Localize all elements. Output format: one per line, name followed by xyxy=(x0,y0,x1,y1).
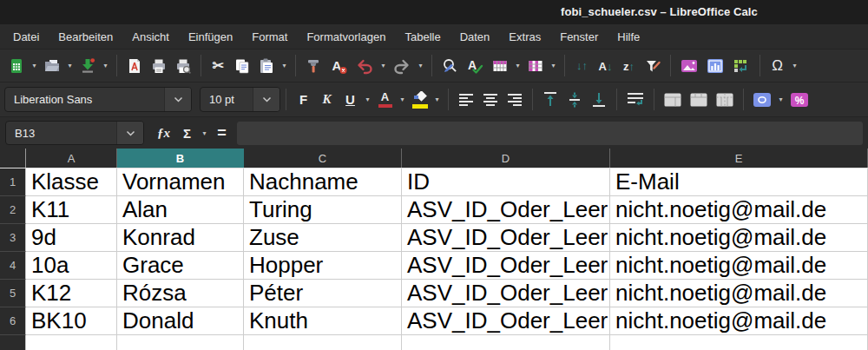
row-header-5[interactable]: 5 xyxy=(0,280,26,307)
cell-A6[interactable]: BK10 xyxy=(26,307,117,335)
cell-B5[interactable]: Rózsa xyxy=(117,280,244,307)
menu-item-tabelle[interactable]: Tabelle xyxy=(395,24,450,49)
cell-D1[interactable]: ID xyxy=(402,168,610,196)
rows-dropdown[interactable]: ▾ xyxy=(512,54,523,78)
cell-A1[interactable]: Klasse xyxy=(26,168,117,196)
font-name-combo[interactable]: Liberation Sans xyxy=(4,87,192,112)
open-dropdown[interactable]: ▾ xyxy=(64,54,76,78)
menu-item-formatvorlagen[interactable]: Formatvorlagen xyxy=(297,24,395,49)
cell-D2[interactable]: ASV_ID_Oder_Leer xyxy=(402,196,610,224)
sort-descending-button[interactable]: z↑ xyxy=(618,54,640,78)
italic-button[interactable]: K xyxy=(316,88,338,112)
cell-B3[interactable]: Konrad xyxy=(117,224,244,252)
cell-E5[interactable]: nicht.noetig@mail.de xyxy=(610,280,868,307)
menu-item-einfügen[interactable]: Einfügen xyxy=(179,24,242,49)
cell-E3[interactable]: nicht.noetig@mail.de xyxy=(610,224,868,252)
clear-formatting-button[interactable]: A xyxy=(326,54,351,78)
currency-format-button[interactable] xyxy=(750,88,774,112)
freeze-panes-button[interactable] xyxy=(729,54,753,78)
insert-chart-button[interactable] xyxy=(703,54,727,78)
cell-A4[interactable]: 10a xyxy=(26,252,117,280)
copy-button[interactable] xyxy=(231,54,253,78)
cell-D3[interactable]: ASV_ID_Oder_Leer xyxy=(402,224,610,252)
cell-B1[interactable]: Vornamen xyxy=(117,168,244,196)
new-document-button[interactable] xyxy=(5,54,28,78)
cell-A3[interactable]: 9d xyxy=(26,224,117,252)
row-header-3[interactable]: 3 xyxy=(0,224,26,252)
redo-button[interactable] xyxy=(390,54,414,78)
cell-D5[interactable]: ASV_ID_Oder_Leer xyxy=(402,280,610,307)
menu-item-datei[interactable]: Datei xyxy=(3,24,49,49)
cell-C2[interactable]: Turing xyxy=(244,196,402,224)
column-header-A[interactable]: A xyxy=(26,149,117,168)
undo-button[interactable] xyxy=(352,54,377,78)
columns-button[interactable] xyxy=(524,54,547,78)
wrap-text-button[interactable] xyxy=(623,88,648,112)
cell-A2[interactable]: K11 xyxy=(26,196,117,224)
cell-E1[interactable]: E-Mail xyxy=(610,168,868,196)
insert-image-button[interactable] xyxy=(677,54,701,78)
save-button[interactable] xyxy=(76,54,99,78)
spelling-button[interactable]: A xyxy=(463,54,487,78)
name-box[interactable]: B13 xyxy=(5,121,144,145)
merge-center-button[interactable] xyxy=(661,88,685,112)
align-right-button[interactable] xyxy=(503,88,526,112)
formula-button[interactable]: = xyxy=(211,121,233,145)
columns-dropdown[interactable]: ▾ xyxy=(548,54,559,78)
highlight-color-button[interactable] xyxy=(409,88,431,112)
redo-dropdown[interactable]: ▾ xyxy=(415,54,426,78)
column-header-B[interactable]: B xyxy=(117,149,244,168)
merge-cells-button[interactable] xyxy=(687,88,711,112)
align-bottom-button[interactable] xyxy=(588,88,610,112)
cell-D4[interactable]: ASV_ID_Oder_Leer xyxy=(402,252,610,280)
paste-dropdown[interactable]: ▾ xyxy=(279,54,290,78)
sum-button[interactable]: Σ xyxy=(176,121,198,145)
menu-item-ansicht[interactable]: Ansicht xyxy=(122,24,179,49)
cell-B6[interactable]: Donald xyxy=(117,307,244,335)
bold-button[interactable]: F xyxy=(293,88,314,112)
cell-E7[interactable] xyxy=(610,335,868,350)
clone-formatting-button[interactable] xyxy=(302,54,325,78)
menu-item-extras[interactable]: Extras xyxy=(499,24,550,49)
font-color-button[interactable]: A xyxy=(374,88,396,112)
cell-B7[interactable] xyxy=(117,335,244,350)
cell-C1[interactable]: Nachname xyxy=(244,168,402,196)
print-preview-button[interactable] xyxy=(172,54,194,78)
center-vertically-button[interactable] xyxy=(563,88,586,112)
row-header-2[interactable]: 2 xyxy=(0,196,26,224)
find-replace-button[interactable] xyxy=(438,54,461,78)
percent-format-button[interactable]: % xyxy=(787,88,812,112)
font-name-dropdown[interactable] xyxy=(164,88,191,111)
cell-B2[interactable]: Alan xyxy=(117,196,244,224)
cell-D6[interactable]: ASV_ID_Oder_Leer xyxy=(402,307,610,335)
align-top-button[interactable] xyxy=(539,88,562,112)
underline-button[interactable]: U xyxy=(339,88,361,112)
cell-C6[interactable]: Knuth xyxy=(244,307,402,335)
menu-item-hilfe[interactable]: Hilfe xyxy=(608,24,649,49)
menu-item-daten[interactable]: Daten xyxy=(450,24,500,49)
cell-E6[interactable]: nicht.noetig@mail.de xyxy=(610,307,868,335)
column-header-E[interactable]: E xyxy=(610,149,868,168)
unmerge-cells-button[interactable] xyxy=(713,88,737,112)
cell-A5[interactable]: K12 xyxy=(26,280,117,307)
sort-button[interactable]: ↓↑ xyxy=(571,54,593,78)
open-button[interactable] xyxy=(41,54,63,78)
column-header-C[interactable]: C xyxy=(244,149,402,168)
name-box-dropdown[interactable] xyxy=(116,122,143,144)
cell-C4[interactable]: Hopper xyxy=(244,252,402,280)
row-header-6[interactable]: 6 xyxy=(0,307,26,335)
function-wizard-button[interactable]: ƒx xyxy=(153,121,174,145)
currency-format-dropdown[interactable]: ▾ xyxy=(775,88,786,112)
select-all-corner[interactable] xyxy=(0,149,26,168)
cell-A7[interactable] xyxy=(26,335,117,350)
cell-E4[interactable]: nicht.noetig@mail.de xyxy=(610,252,868,280)
export-pdf-button[interactable] xyxy=(123,54,146,78)
menu-item-format[interactable]: Format xyxy=(242,24,297,49)
new-document-dropdown[interactable]: ▾ xyxy=(29,54,40,78)
font-size-combo[interactable]: 10 pt xyxy=(200,87,280,112)
column-header-D[interactable]: D xyxy=(402,149,610,168)
cut-button[interactable]: ✂ xyxy=(207,54,229,78)
print-button[interactable] xyxy=(148,54,170,78)
paste-button[interactable] xyxy=(255,54,278,78)
cell-D7[interactable] xyxy=(402,335,610,350)
